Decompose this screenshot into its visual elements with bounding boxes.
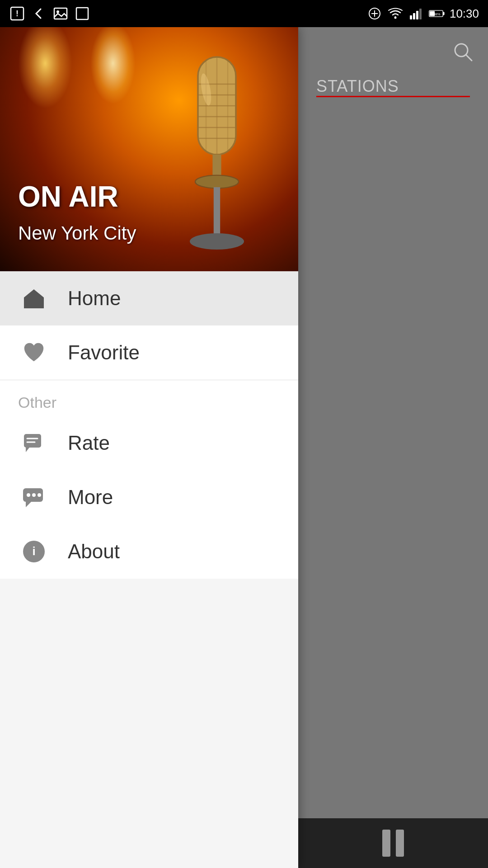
microphone-illustration [154,41,280,258]
svg-text:i: i [32,544,35,558]
rate-label: Rate [68,432,110,454]
section-other-label: Other [0,380,298,416]
pause-icon[interactable] [382,830,404,857]
main-container: ON AIR New York City Home Favorite [0,27,488,868]
svg-point-3 [56,10,59,13]
svg-rect-10 [413,13,415,19]
add-icon [366,5,383,22]
svg-rect-4 [76,8,88,19]
status-bar-right: 38% 10:30 [366,5,479,22]
navigation-drawer: ON AIR New York City Home Favorite [0,27,298,868]
info-icon: i [18,536,50,567]
svg-rect-14 [443,12,444,15]
hero-background: ON AIR New York City [0,27,298,271]
stations-tab-container: STATIONS [298,77,488,97]
svg-point-30 [190,233,244,250]
nav-item-rate[interactable]: Rate [0,416,298,470]
bottom-player-bar[interactable] [298,818,488,868]
on-air-text: ON AIR [18,181,118,212]
more-icon [18,481,50,513]
drawer-empty-space [0,579,298,868]
svg-point-28 [195,175,239,189]
nav-item-more[interactable]: More [0,470,298,524]
battery-icon: 38% [429,5,445,22]
svg-point-39 [27,493,30,497]
nav-item-home[interactable]: Home [0,271,298,326]
svg-marker-38 [26,502,31,507]
about-label: About [68,540,120,563]
stage-light-right [90,27,136,104]
svg-text:38%: 38% [433,12,440,16]
notification-icon: ! [9,5,25,22]
back-icon[interactable] [31,5,47,22]
wifi-icon [387,5,404,22]
svg-rect-12 [419,9,422,19]
more-label: More [68,486,113,509]
search-button[interactable] [447,36,479,68]
stage-light-left [18,27,72,108]
status-bar: ! [0,0,488,27]
svg-rect-2 [54,8,67,19]
svg-line-45 [466,55,472,61]
svg-point-40 [32,493,36,497]
hero-image: ON AIR New York City [0,27,298,271]
image-icon [52,5,69,22]
pause-bar-right [396,830,404,857]
rate-icon [18,427,50,459]
pause-bar-left [382,830,390,857]
content-header [298,27,488,77]
nav-item-favorite[interactable]: Favorite [0,326,298,380]
stations-tab[interactable]: STATIONS [307,72,408,100]
status-bar-left: ! [9,5,90,22]
signal-icon [408,5,424,22]
home-label: Home [68,287,121,310]
square-icon [74,5,90,22]
home-icon [18,283,50,314]
time-display: 10:30 [450,7,479,21]
svg-text:!: ! [16,9,19,18]
svg-rect-9 [410,15,412,19]
svg-point-41 [38,493,41,497]
svg-rect-11 [416,11,418,19]
svg-rect-32 [30,302,38,308]
nav-item-about[interactable]: i About [0,524,298,579]
city-text: New York City [18,222,136,244]
heart-icon [18,337,50,368]
svg-marker-34 [26,448,29,452]
favorite-label: Favorite [68,341,140,364]
content-area: STATIONS [298,27,488,868]
svg-rect-33 [24,434,41,448]
content-body [298,97,488,868]
svg-point-8 [394,17,396,19]
